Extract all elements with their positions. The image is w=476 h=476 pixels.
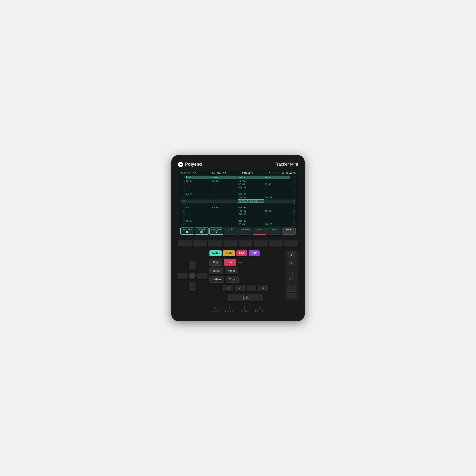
port-dot-line-in (214, 307, 216, 309)
mode-note-button[interactable]: Note (209, 250, 221, 256)
master-volume-panel: + + Master Volume − − (285, 250, 298, 301)
table-row: 7 — — — — G#6 05 — — 7 (180, 186, 296, 189)
screen-btn-fill-label: Fill (225, 228, 237, 231)
port-line-in: Line In (211, 307, 219, 312)
shift-row: Shift (209, 294, 282, 301)
table-row: 5 C5 17 C5 04 F6 05 — — 5 (180, 179, 296, 183)
mode-fx2-button[interactable]: FX2 (249, 250, 260, 256)
table-row: 9 C5 17 — — C#6 05 — — 9 (180, 193, 296, 196)
table-row: 13 C5 17 C5 04 G#5 05 — — 13 (180, 206, 296, 209)
track-bass-label: bass (264, 176, 290, 179)
table-row: 16 — — — — — — — — 16 (180, 216, 296, 220)
device-header: Polyend Tracker Mini (178, 162, 298, 167)
func-btn-6[interactable] (254, 240, 268, 247)
func-btn-3[interactable] (208, 240, 222, 247)
screen-btn-undo-label: Undo (254, 228, 266, 231)
rec-button[interactable]: Rec (224, 259, 236, 266)
port-label-line-out: Line Out (225, 310, 234, 312)
master-volume-minus-large[interactable]: − (287, 293, 296, 299)
func-btn-4[interactable] (223, 240, 238, 247)
screen-btn-redo-label: Redo (268, 228, 280, 231)
brand-name: Polyend (185, 162, 202, 167)
joystick-panel (178, 250, 206, 301)
screen-bottom-bar[interactable]: Pattern 15 Length 32 Step jump 1 Fill Pr… (180, 227, 296, 235)
mode-buttons: Note Instr FX1 FX2 (209, 250, 282, 256)
brand-logo: Polyend (178, 162, 202, 167)
screen-btn-preview-label: Preview (239, 228, 251, 231)
master-volume-minus-small[interactable]: − (287, 286, 296, 292)
func-btn-2[interactable] (193, 240, 207, 247)
device-body: Polyend Tracker Mini Pattern 15 0m:00s I… (171, 155, 305, 321)
screen-btn-length-label: Length (196, 228, 208, 231)
delete-button[interactable]: Delete (209, 276, 224, 283)
track-header-row: 4 kick snare synth bass 4 (180, 176, 296, 179)
screen-btn-pattern[interactable]: Pattern 15 (180, 227, 194, 235)
edit-row: Insert Menu (209, 268, 282, 274)
joystick-right-button[interactable] (197, 273, 207, 279)
right-controls: Note Instr FX1 FX2 Play Rec — Insert Men… (209, 250, 282, 301)
table-row: 6 — — — — C6 05 G6 05 6 (180, 183, 296, 186)
controls-area: Note Instr FX1 FX2 Play Rec — Insert Men… (178, 250, 298, 301)
menu-button[interactable]: Menu (225, 268, 238, 274)
master-volume-plus-large[interactable]: + (287, 252, 296, 258)
table-row: 18 — — — — F6 05 A#6 05 18 (180, 223, 296, 226)
transport-dash: — (238, 260, 242, 265)
table-row: 15 — — — — F#6 05 — — 15 (180, 213, 296, 216)
row-num-header: 4 (180, 176, 186, 179)
joystick-center[interactable] (189, 272, 196, 279)
func-btn-5[interactable] (239, 240, 253, 247)
joystick-down-button[interactable] (189, 282, 196, 291)
screen-btn-stepjump[interactable]: Step jump 1 (209, 227, 223, 235)
mode-instr-button[interactable]: Instr (223, 250, 235, 256)
row-num-header-right: 4 (290, 176, 296, 179)
delete-copy-row: Delete Copy (209, 276, 282, 283)
screen-btn-more-label: More (283, 228, 295, 231)
func-btn-1[interactable] (178, 240, 192, 247)
screen-btn-preview[interactable]: Preview (238, 227, 252, 235)
port-midi-in: MIDI In (241, 307, 249, 312)
screen-status-bar: Pattern 15 0m:00s II P15.011 5. Hip Hop … (180, 172, 296, 175)
screen-sample: 5. Hip Hop Snare3 (269, 172, 296, 175)
table-row: 10 — — — — F#6 05 G#6 05 10 (180, 196, 296, 200)
pattern-grid: 5 C5 17 C5 04 F6 05 — — 5 6 — — — — C6 0… (180, 179, 296, 226)
track-synth-label: synth (238, 176, 264, 179)
number-btn-1[interactable]: 1 (223, 285, 233, 291)
led-indicator (237, 298, 239, 300)
port-line-out: Line Out (225, 307, 234, 312)
track-kick-label: kick (186, 176, 212, 179)
shift-button[interactable]: Shift (228, 294, 263, 301)
function-buttons-row (178, 240, 298, 247)
ports-area: Line In Line Out MIDI In MIDI Out (178, 307, 298, 312)
port-dot-line-out (229, 307, 231, 309)
number-btn-3[interactable]: 3 (247, 285, 256, 291)
screen-pattern: Pattern 15 (180, 172, 196, 175)
track-snare-label: snare (212, 176, 238, 179)
table-row: 8 — — — — — — — — 8 (180, 189, 296, 193)
table-row: 14 — — — — F#6 05 A6 05 14 (180, 209, 296, 213)
joystick-left-button[interactable] (177, 273, 187, 279)
screen-btn-more[interactable]: More (282, 227, 296, 235)
device-model: Tracker Mini (275, 162, 298, 167)
screen-preset: P15.011 (242, 172, 253, 175)
screen-btn-redo[interactable]: Redo (268, 227, 281, 235)
number-btn-2[interactable]: 2 (235, 285, 245, 291)
port-label-midi-out: MIDI Out (255, 310, 265, 312)
number-btn-4[interactable]: 4 (258, 285, 268, 291)
port-label-midi-in: MIDI In (241, 310, 249, 312)
table-row: 11 — — — — A6 05 RV 1 C 50 — — 11 (180, 200, 296, 203)
mode-fx1-button[interactable]: FX1 (236, 250, 247, 256)
port-label-line-in: Line In (211, 310, 219, 312)
port-midi-out: MIDI Out (255, 307, 265, 312)
func-btn-7[interactable] (269, 240, 283, 247)
screen-btn-length[interactable]: Length 32 (195, 227, 208, 235)
screen-btn-fill[interactable]: Fill (224, 227, 238, 235)
play-button[interactable]: Play (209, 259, 222, 266)
screen-btn-pattern-label: Pattern (181, 228, 193, 231)
port-dot-midi-in (244, 307, 246, 309)
joystick-up-button[interactable] (189, 261, 196, 270)
func-btn-8[interactable] (284, 240, 298, 247)
copy-button[interactable]: Copy (226, 276, 239, 283)
insert-button[interactable]: Insert (209, 268, 223, 274)
screen-btn-undo[interactable]: Undo (253, 227, 267, 235)
master-volume-plus-small[interactable]: + (287, 260, 296, 266)
